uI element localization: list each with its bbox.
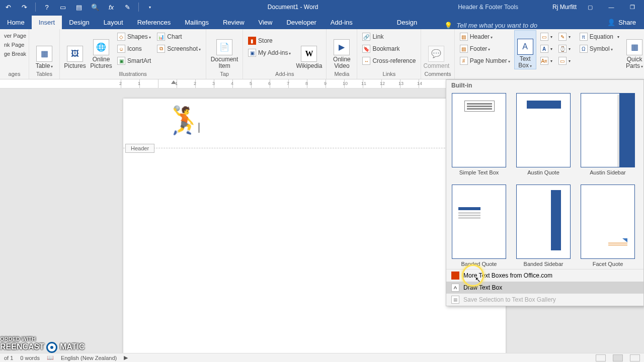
search-icon[interactable]: 🔍 (89, 1, 101, 13)
screenshot-button[interactable]: ⧉Screenshot (155, 43, 203, 54)
chart-button[interactable]: 📊Chart (155, 31, 203, 42)
header-button[interactable]: ▤Header (458, 31, 512, 42)
group-illustrations: Illustrations (63, 70, 203, 79)
my-addins-button[interactable]: ▣My Add-ins (246, 47, 293, 58)
tab-home[interactable]: Home (0, 16, 32, 29)
draw-textbox-icon: A (451, 284, 459, 292)
language-indicator[interactable]: English (New Zealand) (61, 355, 117, 361)
bookmark-icon: 🔖 (362, 45, 370, 53)
blank-page-button[interactable]: nk Page (3, 40, 27, 49)
gallery-heading: Built-in (446, 80, 643, 90)
comment-button[interactable]: 💬Comment (424, 30, 448, 69)
shapes-button[interactable]: ◇Shapes (115, 31, 153, 42)
smartart-icon: ▣ (117, 57, 125, 65)
icons-button[interactable]: ☺Icons (115, 43, 153, 54)
symbol-button[interactable]: ΩSymbol (578, 43, 621, 54)
ribbon-display-button[interactable]: ▢ (583, 1, 598, 13)
header-tag[interactable]: Header (125, 144, 154, 153)
qat-customize[interactable]: ▾ (144, 1, 156, 13)
online-video-button[interactable]: ▶Online Video (330, 30, 354, 69)
store-button[interactable]: ▮Store (246, 35, 293, 46)
page-break-button[interactable]: ge Break (3, 49, 27, 58)
wikipedia-button[interactable]: WWikipedia (295, 30, 323, 69)
word-count[interactable]: 0 words (20, 355, 40, 361)
tab-layout[interactable]: Layout (97, 16, 130, 29)
qat-btn[interactable]: ▭ (57, 1, 69, 13)
tab-addins[interactable]: Add-ins (324, 16, 360, 29)
tab-mailings[interactable]: Mailings (178, 16, 216, 29)
web-layout-button[interactable] (630, 354, 640, 361)
document-item-button[interactable]: 📄Document Item (209, 30, 239, 69)
screenshot-icon: ⧉ (157, 45, 165, 53)
gallery-item-facet-quote[interactable]: Facet Quote (580, 185, 635, 267)
tab-review[interactable]: Review (216, 16, 252, 29)
tab-view[interactable]: View (252, 16, 280, 29)
bookmark-button[interactable]: 🔖Bookmark (360, 43, 418, 54)
minimize-button[interactable]: — (604, 1, 619, 13)
gallery-item-austin-sidebar[interactable]: Austin Sidebar (580, 93, 635, 175)
title-bar: ↶ ↷ ? ▭ ▤ 🔍 fx ✎ ▾ Document1 - Word Head… (0, 0, 644, 14)
status-bar: of 1 0 words 📖 English (New Zealand) ▶ (0, 353, 644, 362)
restore-button[interactable]: ❐ (625, 1, 640, 13)
small-opt[interactable]: ✎▾ (556, 31, 573, 42)
smartart-button[interactable]: ▣SmartArt (115, 55, 153, 66)
online-pictures-button[interactable]: 🌐Online Pictures (89, 30, 113, 69)
user-name[interactable]: Rj Murfitt (552, 4, 577, 11)
video-icon: ▶ (334, 39, 350, 55)
document-item-icon: 📄 (216, 39, 232, 55)
tennis-player-icon[interactable]: 🤾 (168, 105, 201, 136)
gallery-item-austin-quote[interactable]: Austin Quote (516, 93, 571, 175)
tab-hf-design[interactable]: Design (390, 16, 424, 29)
group-tap: Tap (209, 70, 239, 79)
shapes-icon: ◇ (117, 33, 125, 41)
help-button[interactable]: ? (41, 1, 53, 13)
page-indicator[interactable]: of 1 (4, 355, 13, 361)
icons-icon: ☺ (117, 45, 125, 53)
quick-parts-button[interactable]: ▦Quick Parts (623, 30, 644, 69)
ribbon: ver Page nk Page ge Break ages ▦Table Ta… (0, 29, 644, 79)
print-layout-button[interactable] (613, 354, 623, 361)
link-button[interactable]: 🔗Link (360, 31, 418, 42)
footer-button[interactable]: ▤Footer (458, 43, 512, 54)
addins-icon: ▣ (248, 49, 256, 57)
small-opt[interactable]: A≡▾ (538, 55, 554, 66)
fx-icon[interactable]: fx (105, 1, 117, 13)
indent-marker[interactable] (171, 80, 176, 84)
cross-reference-button[interactable]: ↔Cross-reference (360, 55, 418, 66)
macro-icon[interactable]: ▶ (124, 354, 128, 361)
small-opt[interactable]: ▭▾ (556, 55, 573, 66)
group-addins: Add-ins (246, 70, 323, 79)
undo-button[interactable]: ↶ (2, 1, 14, 13)
share-button[interactable]: 👤 Share (599, 16, 644, 29)
small-opt[interactable]: ⌚▾ (556, 43, 573, 54)
tab-insert[interactable]: Insert (32, 16, 62, 29)
equation-button[interactable]: πEquation▾ (578, 31, 621, 42)
pictures-button[interactable]: 🖼Pictures (63, 30, 87, 69)
draw-text-box-item[interactable]: ADraw Text Box (446, 282, 643, 294)
tab-references[interactable]: References (130, 16, 178, 29)
group-media: Media (330, 70, 354, 79)
tab-design[interactable]: Design (62, 16, 96, 29)
chart-icon: 📊 (157, 33, 165, 41)
small-opt[interactable]: ▭▾ (538, 31, 554, 42)
small-opt[interactable]: A▾ (538, 43, 554, 54)
table-button[interactable]: ▦Table (32, 30, 56, 69)
qat-btn[interactable]: ✎ (121, 1, 133, 13)
gallery-item-banded-quote[interactable]: Banded Quote (451, 185, 507, 267)
pagenum-icon: # (460, 57, 468, 65)
qat-btn[interactable]: ▤ (73, 1, 85, 13)
equation-icon: π (580, 33, 588, 41)
redo-button[interactable]: ↷ (18, 1, 30, 13)
office-icon (451, 272, 459, 280)
page-number-button[interactable]: #Page Number (458, 55, 512, 66)
cover-page-button[interactable]: ver Page (3, 31, 27, 40)
tell-me-search[interactable]: 💡 Tell me what you want to do (424, 22, 599, 29)
more-textboxes-item[interactable]: More Text Boxes from Office.com (446, 269, 643, 282)
text-box-button[interactable]: AText Box (514, 30, 536, 69)
read-mode-button[interactable] (596, 354, 606, 361)
gallery-item-banded-sidebar[interactable]: Banded Sidebar (516, 185, 571, 267)
proofing-icon[interactable]: 📖 (47, 354, 54, 361)
screencast-logo-icon (46, 342, 57, 353)
tab-developer[interactable]: Developer (279, 16, 323, 29)
gallery-item-simple[interactable]: Simple Text Box (451, 93, 507, 175)
